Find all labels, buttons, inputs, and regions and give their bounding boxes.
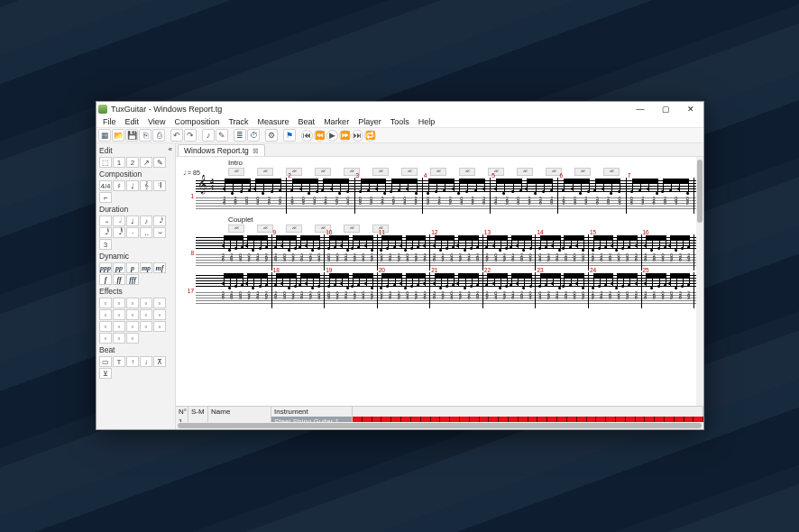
measure[interactable]: 22202023232320200003 <box>483 272 537 308</box>
document-tab[interactable]: Windows Report.tg ⊠ <box>178 144 265 156</box>
close-button[interactable]: ✕ <box>680 103 702 115</box>
prev-button[interactable]: ⏪ <box>314 130 326 142</box>
dotted-button[interactable]: · <box>126 227 139 238</box>
whole-button[interactable]: 𝅝 <box>99 216 112 226</box>
stroke-up-button[interactable]: ↑ <box>126 356 139 367</box>
menu-measure[interactable]: Measure <box>253 116 294 127</box>
save-button[interactable]: 💾 <box>125 129 138 142</box>
menu-tools[interactable]: Tools <box>386 116 414 127</box>
print-button[interactable]: ⎙ <box>152 129 165 142</box>
slide-button[interactable]: ▫ <box>153 309 166 320</box>
menu-view[interactable]: View <box>143 116 170 127</box>
score-view[interactable]: 85Intro𝄎 𝄎𝄎 𝄎𝄎 𝄎𝄎 𝄎𝄎 𝄎𝄎 𝄎𝄎 𝄎𝄎 𝄎𝄎 𝄎𝄎 𝄎𝄎 𝄎… <box>176 157 703 406</box>
props-button[interactable]: ≣ <box>234 129 246 142</box>
new-button[interactable]: ▦ <box>98 129 111 142</box>
arrow-button[interactable]: ↗ <box>140 157 152 168</box>
measure[interactable]: 24232320200003032320 <box>589 272 642 308</box>
stroke-down-button[interactable]: ↓ <box>140 356 152 367</box>
measure[interactable]: 11032320202023232320 <box>378 234 431 271</box>
measure[interactable]: 5320202023232320200 <box>491 178 558 214</box>
vertical-scrollbar[interactable] <box>696 157 703 406</box>
palm-button[interactable]: ▫ <box>140 321 152 332</box>
measure[interactable]: 20032320202023232320 <box>378 272 431 308</box>
first-button[interactable]: ⏮ <box>301 130 313 142</box>
undo-button[interactable]: ↶ <box>170 129 183 142</box>
grace-button[interactable]: ▫ <box>113 309 125 320</box>
settings-button[interactable]: ⚙ <box>265 129 278 142</box>
redo-button[interactable]: ↷ <box>184 129 197 142</box>
open-button[interactable]: 📂 <box>112 129 124 142</box>
menu-beat[interactable]: Beat <box>294 116 320 127</box>
tempo-button[interactable]: ♩ <box>126 180 139 191</box>
pick-down-button[interactable]: ⊻ <box>99 368 112 379</box>
fade-button[interactable]: ▫ <box>113 333 125 344</box>
staff-system[interactable]: 1732020000303232020218200003032320202023… <box>178 272 696 308</box>
loop-button[interactable]: 🔁 <box>364 130 376 142</box>
pp-button[interactable]: pp <box>113 262 125 273</box>
ff-button[interactable]: ff <box>113 274 125 285</box>
thirtysecond-button[interactable]: 𝅘𝅥𝅰 <box>99 227 112 238</box>
mode1-button[interactable]: ♪ <box>202 129 215 142</box>
quarter-button[interactable]: ♩ <box>126 216 139 226</box>
measure[interactable]: 320200003032320202 <box>219 178 287 214</box>
tempo-button[interactable]: ⏱ <box>247 129 260 142</box>
pop-button[interactable]: ▫ <box>126 333 139 344</box>
measure[interactable]: 16320200003032320202 <box>642 234 695 271</box>
menu-composition[interactable]: Composition <box>170 116 224 127</box>
measure[interactable]: 14023232320200003032 <box>536 234 589 271</box>
measure[interactable]: 18200003032320202023 <box>272 272 326 308</box>
measure[interactable]: 10003032320202023232 <box>325 234 378 271</box>
sidebar-collapse-icon[interactable]: « <box>169 145 172 156</box>
insert-button[interactable]: ✎ <box>153 157 166 168</box>
pick-up-button[interactable]: ⊼ <box>153 356 166 367</box>
measure[interactable]: 19003032320202023232 <box>325 272 378 308</box>
measure[interactable]: 7023232320200003032 <box>627 178 694 214</box>
repeat-button[interactable]: 𝄇 <box>153 180 166 191</box>
harm-button[interactable]: ▫ <box>99 309 112 320</box>
measure[interactable]: 4032320202023232320 <box>423 178 491 214</box>
measure[interactable]: 25320200003032320202 <box>642 272 695 308</box>
measure[interactable]: 320200003032320202 <box>219 272 272 308</box>
tap-button[interactable]: ▫ <box>99 333 112 344</box>
triplet-button[interactable]: 3 <box>99 239 112 250</box>
menu-help[interactable]: Help <box>414 116 440 127</box>
sixteenth-button[interactable]: 𝅘𝅥𝅯 <box>153 216 166 226</box>
sixtyfourth-button[interactable]: 𝅘𝅥𝅱 <box>113 227 125 238</box>
p-button[interactable]: p <box>126 262 139 273</box>
menu-track[interactable]: Track <box>224 116 253 127</box>
clef-button[interactable]: 𝄞 <box>140 180 152 191</box>
measure[interactable]: 13202023232320200003 <box>483 234 537 271</box>
maximize-button[interactable]: ▢ <box>655 103 676 115</box>
play-button[interactable]: ▶ <box>326 130 338 142</box>
measure[interactable]: 23023232320200003032 <box>536 272 589 308</box>
doubledotted-button[interactable]: ‥ <box>140 227 152 238</box>
horizontal-scrollbar[interactable] <box>176 422 703 429</box>
vib-button[interactable]: ▫ <box>126 309 139 320</box>
measure[interactable]: 9200003032320202023 <box>272 234 326 271</box>
half-button[interactable]: 𝅗𝅥 <box>113 216 125 226</box>
measure[interactable]: 21320202023232320200 <box>430 272 483 308</box>
mf-button[interactable]: mf <box>153 262 166 273</box>
ghost-button[interactable]: ▫ <box>113 298 125 308</box>
mp-button[interactable]: mp <box>140 262 152 273</box>
chord-button[interactable]: ▭ <box>99 356 112 367</box>
menu-edit[interactable]: Edit <box>121 116 144 127</box>
tab-close-icon[interactable]: ⊠ <box>253 147 259 155</box>
staff-system[interactable]: 8320200003032320202920000303232020202310… <box>178 234 696 271</box>
hammer-button[interactable]: ▫ <box>99 321 112 332</box>
let-ring-button[interactable]: ▫ <box>153 298 166 308</box>
bend-button[interactable]: ▫ <box>140 309 152 320</box>
eighth-button[interactable]: ♪ <box>140 216 152 226</box>
select-button[interactable]: ⬚ <box>99 157 112 168</box>
keysig-button[interactable]: ♯ <box>113 180 125 191</box>
staff-system[interactable]: 1𝄞44320200003032320202220000303232020202… <box>178 178 696 214</box>
timesig-button[interactable]: 4/4 <box>99 180 112 191</box>
measure[interactable]: 2200003032320202023 <box>287 178 354 214</box>
measure[interactable]: 6202023232320200003 <box>558 178 626 214</box>
voice2-button[interactable]: 2 <box>126 157 139 168</box>
accent-button[interactable]: ▫ <box>126 298 139 308</box>
heavy-button[interactable]: ▫ <box>140 298 152 308</box>
voice1-button[interactable]: 1 <box>113 157 125 168</box>
measure[interactable]: 3003032320202023232 <box>355 178 423 214</box>
ending-button[interactable]: ⌐ <box>99 192 112 203</box>
